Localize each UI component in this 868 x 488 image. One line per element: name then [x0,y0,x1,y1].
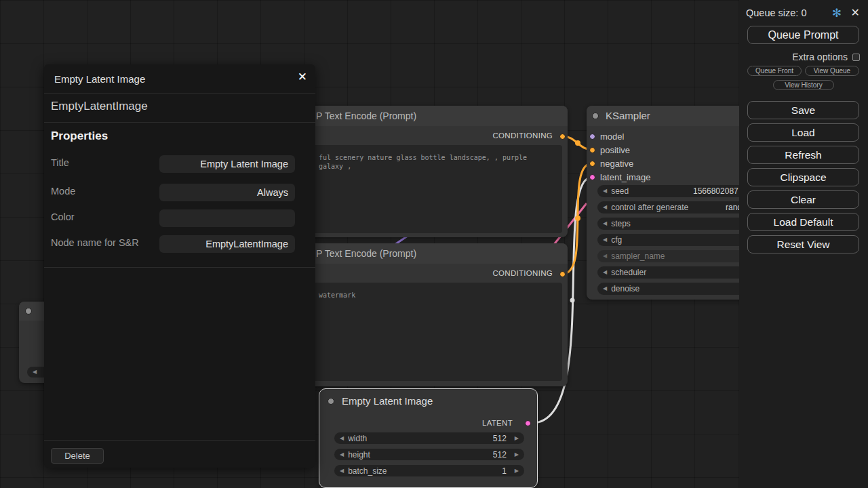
arrow-right-icon[interactable]: ▶ [515,436,519,441]
arrow-right-icon[interactable]: ▶ [515,468,519,474]
arrow-left-icon[interactable]: ◀ [340,452,344,458]
view-queue-button[interactable]: View Queue [805,66,859,76]
model-input-slot[interactable] [589,134,595,140]
title-field-label: Title [51,157,69,168]
input-label: latent_image [600,172,650,182]
color-field-input[interactable] [159,209,295,227]
close-icon[interactable]: ✕ [851,6,860,19]
refresh-button[interactable]: Refresh [747,146,859,164]
save-button[interactable]: Save [747,101,859,119]
node-title-bar[interactable]: P Text Encode (Prompt) [298,106,568,126]
prompt-textarea[interactable]: ful scenery nature glass bottle landscap… [302,145,562,233]
arrow-left-icon[interactable]: ◀ [603,205,607,210]
node-title-bar[interactable]: Empty Latent Image [319,389,537,413]
divider [44,267,315,268]
queue-size-label: Queue size: 0 [746,7,806,18]
load-button[interactable]: Load [747,123,859,142]
comfy-menu-panel: Queue size: 0 ✻ ✕ Queue Prompt Extra opt… [739,0,868,488]
queue-front-button[interactable]: Queue Front [747,66,802,76]
widget-name: denoise [611,284,639,293]
output-label: CONDITIONING [492,269,553,277]
input-latent-image[interactable]: latent_image [589,171,650,182]
divider [44,93,315,94]
mode-field-label: Mode [51,186,75,197]
wire-dot [570,298,575,303]
wire-dot [575,140,580,146]
arrow-left-icon[interactable]: ◀ [603,237,607,243]
node-title-bar[interactable]: P Text Encode (Prompt) [298,243,568,264]
arrow-left-icon[interactable]: ◀ [603,221,607,226]
input-negative[interactable]: negative [589,158,633,169]
arrow-left-icon[interactable]: ◀ [603,286,607,291]
arrow-left-icon[interactable]: ◀ [340,436,344,441]
input-positive[interactable]: positive [589,144,630,155]
widget-name: height [348,450,370,460]
widget-value: 1566802087 [693,186,738,196]
reset-view-button[interactable]: Reset View [747,235,859,253]
node-properties-dialog: Empty Latent Image ✕ EmptyLatentImage Pr… [44,64,315,468]
divider [44,122,315,123]
widget-name: sampler_name [611,251,665,261]
clipspace-button[interactable]: Clipspace [747,168,859,186]
positive-input-slot[interactable] [589,147,595,153]
delete-button[interactable]: Delete [51,448,104,464]
clip-text-encode-positive-node[interactable]: P Text Encode (Prompt) CONDITIONING ful … [298,106,568,237]
view-history-button[interactable]: View History [773,80,834,90]
conditioning-output-slot[interactable] [559,134,566,140]
extra-options-checkbox[interactable] [852,54,860,61]
wire-dot [575,216,580,221]
arrow-left-icon[interactable]: ◀ [603,253,607,259]
sr-name-field-label: Node name for S&R [51,237,139,248]
negative-input-slot[interactable] [589,161,595,167]
arrow-left-icon[interactable]: ◀ [33,369,37,375]
color-field-label: Color [51,211,75,222]
height-widget[interactable]: ◀ height 512 ▶ [334,449,524,460]
arrow-left-icon[interactable]: ◀ [340,468,344,474]
load-default-button[interactable]: Load Default [747,213,859,231]
widget-name: cfg [611,235,622,245]
widget-name: scheduler [611,268,646,277]
output-label: CONDITIONING [492,131,553,140]
width-widget[interactable]: ◀ width 512 ▶ [334,432,524,444]
empty-latent-image-node[interactable]: Empty Latent Image LATENT ◀ width 512 ▶ … [319,388,538,488]
widget-value: 512 [493,434,507,443]
widget-value: 512 [493,450,507,460]
divider [44,440,315,441]
widget-name: steps [611,219,631,228]
comfy-settings-icon[interactable]: ✻ [832,6,842,20]
input-label: negative [600,159,633,169]
prompt-textarea[interactable]: watermark [302,283,562,381]
arrow-left-icon[interactable]: ◀ [603,188,607,194]
input-label: model [600,131,624,142]
widget-name: control after generate [611,203,688,212]
collapse-dot-icon[interactable] [592,113,599,119]
extra-options-label: Extra options [792,52,848,62]
arrow-left-icon[interactable]: ◀ [603,270,607,275]
conditioning-output-slot[interactable] [559,271,566,277]
dialog-title: Empty Latent Image [54,73,145,85]
extra-options-row: Extra options [747,52,860,62]
batch-size-widget[interactable]: ◀ batch_size 1 ▶ [334,465,524,476]
node-type-label: EmptyLatentImage [51,100,148,113]
latent-output-slot[interactable] [525,420,531,426]
queue-prompt-button[interactable]: Queue Prompt [747,26,859,44]
collapse-dot-icon[interactable] [25,308,32,314]
widget-name: seed [611,186,629,196]
properties-heading: Properties [51,129,108,143]
title-field-input[interactable]: Empty Latent Image [159,155,295,173]
sr-name-field-input[interactable]: EmptyLatentImage [159,235,295,253]
latent-input-slot[interactable] [589,174,595,180]
widget-name: batch_size [348,466,387,476]
widget-name: width [348,434,367,443]
clip-text-encode-negative-node[interactable]: P Text Encode (Prompt) CONDITIONING wate… [298,243,568,386]
mode-field-input[interactable]: Always [159,184,295,201]
close-icon[interactable]: ✕ [298,70,307,84]
collapse-dot-icon[interactable] [328,398,334,405]
widget-value: 1 [502,466,507,476]
output-label: LATENT [482,419,513,427]
arrow-right-icon[interactable]: ▶ [515,452,519,458]
input-model[interactable]: model [589,131,624,142]
input-label: positive [600,145,630,155]
clear-button[interactable]: Clear [747,190,859,209]
